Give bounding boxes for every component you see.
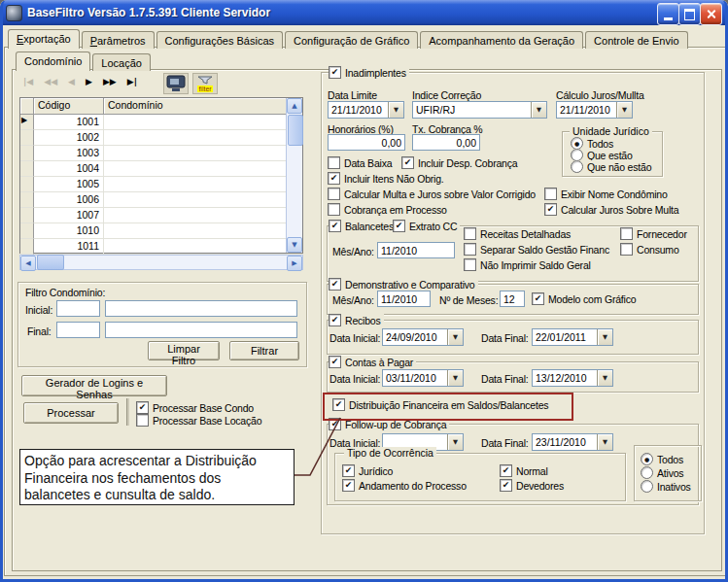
- chevron-down-icon[interactable]: ▼: [388, 102, 403, 118]
- chevron-down-icon[interactable]: ▼: [597, 370, 612, 386]
- cell-codigo[interactable]: 1001: [34, 115, 104, 130]
- contas-data-final-combobox[interactable]: 13/12/2010 ▼: [532, 369, 613, 387]
- cell-condominio[interactable]: [104, 223, 287, 239]
- table-row[interactable]: 1010: [20, 223, 302, 239]
- cell-condominio[interactable]: [104, 208, 287, 223]
- cell-condominio[interactable]: [104, 192, 287, 208]
- tab-parametros[interactable]: Parâmetros: [82, 31, 155, 49]
- balancetes-checkbox[interactable]: ✔ Balancetes: [329, 220, 397, 232]
- cell-codigo[interactable]: 1004: [34, 161, 104, 177]
- scroll-down-icon[interactable]: ▼: [287, 237, 302, 253]
- exibir-nome-condomino-checkbox[interactable]: Exibir Nome Condômino: [544, 188, 671, 200]
- scrollbar-thumb[interactable]: [37, 255, 64, 270]
- nav-next-page-icon[interactable]: ▶▶: [103, 77, 117, 86]
- radio-status-inativos[interactable]: Inativos: [641, 480, 694, 493]
- separar-saldo-checkbox[interactable]: Separar Saldo Gestão Financ: [464, 243, 612, 256]
- table-row[interactable]: 1002: [20, 130, 302, 146]
- minimize-button[interactable]: [657, 3, 679, 25]
- data-baixa-checkbox[interactable]: Data Baixa: [328, 156, 395, 169]
- chevron-down-icon[interactable]: ▼: [447, 329, 463, 345]
- followup-data-final-combobox[interactable]: 23/11/2010 ▼: [532, 433, 613, 451]
- balancetes-mes-ano-field[interactable]: [377, 242, 455, 258]
- nav-next-icon[interactable]: ▶: [86, 77, 92, 86]
- scrollbar-track[interactable]: [65, 256, 287, 269]
- tab-configuracoes-basicas[interactable]: Configurações Básicas: [156, 31, 284, 49]
- cell-codigo[interactable]: 1003: [34, 146, 104, 161]
- tx-cobranca-field[interactable]: [412, 134, 480, 151]
- cell-condominio[interactable]: [104, 115, 287, 130]
- processar-base-locacao-checkbox[interactable]: Processar Base Locação: [136, 414, 264, 427]
- cell-codigo[interactable]: 1011: [34, 239, 104, 255]
- table-row[interactable]: 1006: [20, 192, 302, 208]
- cell-condominio[interactable]: [104, 146, 287, 161]
- chevron-down-icon[interactable]: ▼: [447, 370, 463, 386]
- cell-condominio[interactable]: [104, 130, 287, 146]
- filtro-final-codigo-field[interactable]: [56, 322, 100, 338]
- data-limite-combobox[interactable]: 21/11/2010 ▼: [328, 101, 404, 119]
- tab-condominio[interactable]: Condomínio: [16, 51, 90, 71]
- limpar-filtro-button[interactable]: Limpar Filtro: [148, 341, 220, 360]
- cobranca-em-processo-checkbox[interactable]: Cobrança em Processo: [328, 203, 450, 216]
- recibos-data-final-combobox[interactable]: 22/01/2011 ▼: [532, 328, 613, 346]
- nav-prior-icon[interactable]: ◀: [68, 77, 75, 86]
- cell-condominio[interactable]: [104, 239, 287, 255]
- cell-codigo[interactable]: 1010: [34, 223, 104, 239]
- table-row[interactable]: 1003: [20, 146, 302, 161]
- filtro-inicial-codigo-field[interactable]: [56, 300, 100, 317]
- tab-exportacao[interactable]: Exportação: [8, 29, 80, 49]
- chevron-down-icon[interactable]: ▼: [616, 102, 632, 118]
- scroll-left-icon[interactable]: ◀: [20, 256, 36, 271]
- chevron-down-icon[interactable]: ▼: [447, 434, 463, 450]
- grid-header-codigo[interactable]: Código: [34, 98, 104, 115]
- cell-codigo[interactable]: 1006: [34, 192, 104, 208]
- table-row[interactable]: 1007: [20, 208, 302, 223]
- scrollbar-track[interactable]: [287, 147, 302, 237]
- nav-prior-page-icon[interactable]: ◀◀: [44, 77, 57, 86]
- normal-checkbox[interactable]: ✔ Normal: [500, 464, 551, 477]
- processar-button[interactable]: Processar: [23, 402, 119, 424]
- devedores-checkbox[interactable]: ✔ Devedores: [500, 479, 567, 492]
- tab-acompanhamento-geracao[interactable]: Acompanhamento da Geração: [420, 31, 583, 49]
- receitas-detalhadas-checkbox[interactable]: Receitas Detalhadas: [464, 227, 573, 240]
- radio-status-ativos[interactable]: Ativos: [641, 466, 686, 479]
- chevron-down-icon[interactable]: ▼: [531, 102, 546, 118]
- distribuicao-financeira-checkbox[interactable]: ✔ Distribuição Financeira em Saldos/Bala…: [332, 398, 551, 411]
- honorarios-field[interactable]: [328, 134, 405, 151]
- contas-data-inicial-combobox[interactable]: 03/11/2010 ▼: [382, 369, 464, 387]
- incluir-desp-cobranca-checkbox[interactable]: ✔ Incluir Desp. Cobrança: [401, 156, 520, 169]
- filter-button[interactable]: filter: [192, 73, 218, 94]
- radio-que-nao-estao[interactable]: Que não estão: [571, 160, 654, 173]
- recibos-checkbox[interactable]: ✔ Recibos: [329, 314, 384, 326]
- filtro-final-nome-field[interactable]: [105, 322, 297, 338]
- nav-last-icon[interactable]: ▶|: [127, 77, 137, 86]
- filtrar-button[interactable]: Filtrar: [229, 341, 299, 360]
- nav-first-icon[interactable]: |◀: [23, 77, 33, 86]
- condominio-grid[interactable]: Código Condomínio ▶ 1001 1002 1003 1004 …: [19, 97, 303, 254]
- tab-locacao[interactable]: Locação: [92, 53, 151, 71]
- andamento-processo-checkbox[interactable]: ✔ Andamento do Processo: [342, 479, 469, 492]
- horizontal-scrollbar[interactable]: ◀ ▶: [19, 255, 303, 270]
- titlebar[interactable]: BaseFiltro Versão 1.7.5.391 Cliente Serv…: [0, 0, 728, 25]
- chevron-down-icon[interactable]: ▼: [597, 329, 612, 345]
- nao-imprimir-saldo-checkbox[interactable]: Não Imprimir Saldo Geral: [464, 258, 594, 271]
- scroll-right-icon[interactable]: ▶: [287, 256, 302, 271]
- cell-condominio[interactable]: [104, 177, 287, 192]
- chevron-down-icon[interactable]: ▼: [597, 434, 612, 450]
- scrollbar-thumb[interactable]: [288, 115, 303, 146]
- computer-icon-button[interactable]: [163, 73, 189, 94]
- tab-configuracao-grafico[interactable]: Configuração de Gráfico: [285, 31, 418, 49]
- maximize-button[interactable]: [678, 3, 701, 25]
- vertical-scrollbar[interactable]: ▲ ▼: [286, 98, 302, 253]
- scroll-up-icon[interactable]: ▲: [287, 98, 302, 114]
- table-row[interactable]: 1004: [20, 161, 302, 177]
- consumo-checkbox[interactable]: Consumo: [620, 243, 682, 256]
- table-row[interactable]: 1005: [20, 177, 302, 192]
- demonstrativo-checkbox[interactable]: ✔ Demonstrativo e Comparativo: [329, 278, 478, 291]
- cell-condominio[interactable]: [104, 161, 287, 177]
- filtro-inicial-nome-field[interactable]: [105, 300, 297, 317]
- table-row[interactable]: ▶ 1001: [20, 115, 302, 130]
- fornecedor-checkbox[interactable]: Fornecedor: [620, 227, 690, 240]
- tab-controle-envio[interactable]: Controle de Envio: [585, 31, 687, 49]
- cell-codigo[interactable]: 1005: [34, 177, 104, 192]
- grid-header-condominio[interactable]: Condomínio: [104, 98, 287, 115]
